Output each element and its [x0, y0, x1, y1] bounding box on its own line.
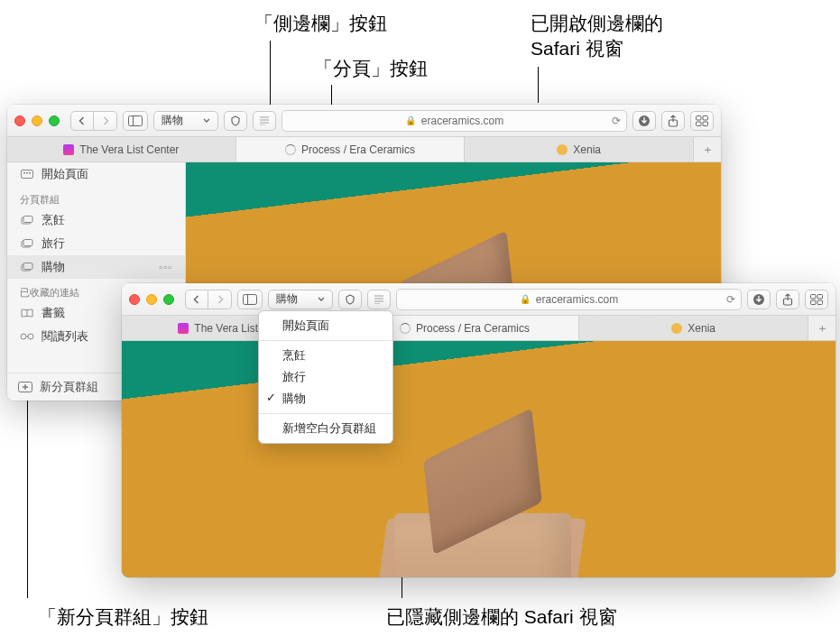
grid-icon [20, 169, 34, 180]
chevron-down-icon [203, 117, 210, 124]
tab-label: Process / Era Ceramics [301, 143, 415, 156]
sidebar-group-item[interactable]: 烹飪 [7, 208, 185, 232]
menu-item-start-page[interactable]: 開始頁面 [259, 315, 392, 336]
privacy-report-button[interactable] [338, 290, 362, 309]
svg-rect-39 [811, 300, 817, 305]
sidebar-button[interactable] [123, 111, 148, 131]
content-image [371, 429, 587, 577]
sidebar-item-label: 書籤 [42, 305, 65, 321]
callout-window-open-l1: 已開啟側邊欄的 [531, 11, 663, 35]
url-text: eraceramics.com [421, 115, 503, 127]
lead-line [402, 574, 402, 598]
tabgroup-icon [20, 238, 34, 249]
tabgroup-label: 購物 [276, 291, 298, 307]
safari-window-sidebar-hidden: 購物 🔒 eraceramics.com ⟳ The Vera List Cen… [122, 283, 835, 577]
svg-rect-15 [29, 172, 31, 174]
favicon-icon [557, 144, 568, 155]
tabgroup-icon [20, 215, 34, 226]
tab-overview-button[interactable] [690, 111, 714, 131]
svg-rect-10 [697, 122, 702, 126]
zoom-window-button[interactable] [49, 115, 60, 126]
svg-rect-17 [23, 217, 32, 223]
privacy-report-button[interactable] [224, 111, 247, 131]
grid-dots-icon: ▫▫▫ [159, 262, 172, 272]
lock-icon: 🔒 [405, 115, 416, 125]
reader-button[interactable] [253, 111, 276, 131]
nav-buttons [185, 290, 232, 309]
url-text: eraceramics.com [536, 293, 618, 306]
favicon-icon [63, 144, 74, 155]
sidebar-button[interactable] [237, 290, 263, 309]
callout-sidebar-button: 「側邊欄」按鈕 [254, 11, 387, 35]
address-bar[interactable]: 🔒 eraceramics.com ⟳ [282, 110, 627, 132]
lead-line [538, 67, 539, 103]
sidebar-start-page[interactable]: 開始頁面 [7, 162, 185, 186]
svg-rect-38 [817, 294, 823, 299]
tab-item[interactable]: The Vera List Center [7, 137, 236, 161]
toolbar: 購物 🔒 eraceramics.com ⟳ [122, 283, 835, 316]
sidebar-item-label: 烹飪 [42, 212, 65, 228]
menu-item-group[interactable]: 旅行 [259, 366, 392, 388]
window-body [122, 341, 835, 577]
back-button[interactable] [185, 290, 208, 309]
svg-rect-37 [811, 294, 817, 299]
svg-rect-14 [26, 172, 28, 174]
svg-rect-0 [129, 115, 143, 125]
lead-line [27, 386, 28, 598]
close-window-button[interactable] [14, 115, 25, 126]
svg-rect-40 [817, 300, 823, 305]
back-button[interactable] [70, 111, 94, 131]
sidebar-group-item[interactable]: 旅行 [7, 232, 185, 255]
zoom-window-button[interactable] [163, 294, 174, 305]
new-tab-button[interactable]: ＋ [694, 137, 721, 161]
tab-label: Xenia [573, 143, 601, 156]
lock-icon: 🔒 [520, 294, 531, 304]
sidebar-footer-label: 新分頁群組 [40, 379, 98, 395]
callout-new-tabgroup-button: 「新分頁群組」按鈕 [38, 604, 208, 629]
tab-item[interactable]: Xenia [579, 316, 808, 340]
share-button[interactable] [661, 111, 685, 131]
forward-button[interactable] [208, 290, 232, 309]
tab-label: Process / Era Ceramics [416, 322, 530, 335]
sidebar-item-label: 閱讀列表 [42, 328, 88, 345]
callout-window-hidden: 已隱藏側邊欄的 Safari 視窗 [386, 604, 617, 629]
downloads-button[interactable] [632, 111, 656, 131]
sidebar-group-item[interactable]: 購物 ▫▫▫ [7, 255, 185, 279]
tabgroup-label: 購物 [162, 113, 183, 128]
reload-icon[interactable]: ⟳ [612, 115, 621, 127]
address-bar[interactable]: 🔒 eraceramics.com ⟳ [396, 289, 742, 310]
tabgroup-picker[interactable]: 購物 [268, 290, 333, 309]
tabgroup-picker[interactable]: 購物 [153, 111, 218, 131]
tab-bar: The Vera List Center Process / Era Ceram… [122, 316, 835, 341]
traffic-lights [14, 115, 60, 126]
forward-button[interactable] [94, 111, 117, 131]
close-window-button[interactable] [129, 294, 140, 305]
svg-point-24 [28, 334, 33, 339]
downloads-button[interactable] [747, 290, 771, 309]
book-icon [20, 308, 34, 318]
svg-rect-12 [22, 171, 33, 179]
favicon-icon [178, 323, 189, 334]
reader-button[interactable] [367, 290, 391, 309]
tab-overview-button[interactable] [805, 290, 828, 309]
traffic-lights [129, 294, 174, 305]
nav-buttons [70, 111, 117, 131]
callout-window-open-l2: Safari 視窗 [531, 36, 623, 60]
minimize-window-button[interactable] [146, 294, 157, 305]
minimize-window-button[interactable] [32, 115, 42, 126]
sidebar-item-label: 購物 [42, 259, 65, 275]
menu-separator [259, 340, 392, 341]
tab-label: Xenia [688, 322, 715, 335]
tab-item[interactable]: Xenia [465, 137, 694, 161]
new-tab-button[interactable]: ＋ [808, 316, 835, 340]
share-button[interactable] [776, 290, 799, 309]
menu-item-group[interactable]: 購物 [259, 388, 392, 410]
sidebar-heading-groups: 分頁群組 [7, 186, 185, 208]
loading-spinner-icon [400, 323, 411, 334]
menu-item-new-empty-group[interactable]: 新增空白分頁群組 [259, 418, 392, 439]
tabgroup-dropdown-menu: 開始頁面 烹飪 旅行 購物 新增空白分頁群組 [258, 310, 393, 444]
menu-item-group[interactable]: 烹飪 [259, 345, 392, 366]
tab-item[interactable]: Process / Era Ceramics [236, 137, 466, 161]
svg-rect-9 [703, 115, 708, 120]
reload-icon[interactable]: ⟳ [726, 293, 735, 306]
